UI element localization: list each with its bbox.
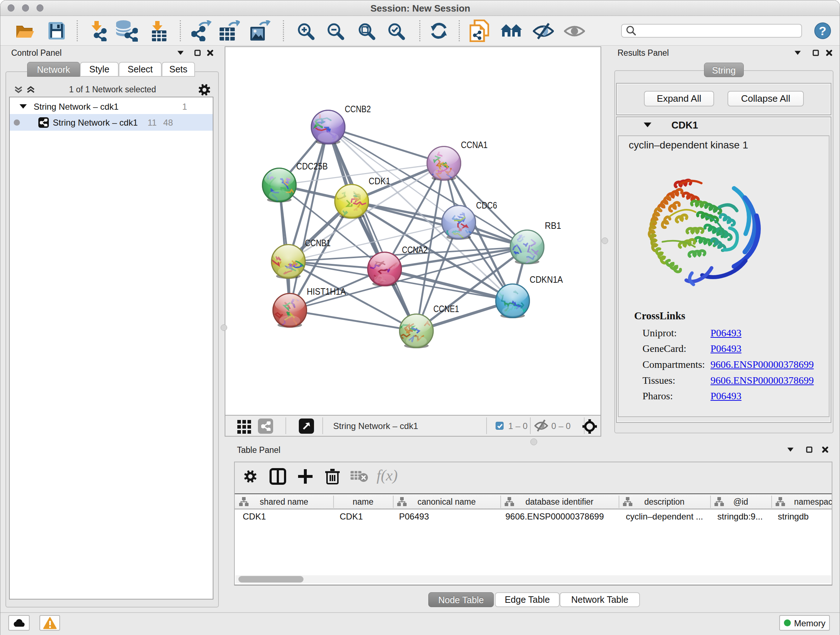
svg-text:CCNA1: CCNA1: [461, 139, 488, 150]
svg-text:CCNB1: CCNB1: [305, 238, 331, 249]
svg-text:HIST1H1A: HIST1H1A: [307, 286, 346, 297]
svg-text:CDC6: CDC6: [476, 200, 497, 211]
svg-text:CCNA2: CCNA2: [402, 244, 428, 255]
svg-text:CDKN1A: CDKN1A: [530, 274, 563, 285]
svg-text:CCNB2: CCNB2: [345, 103, 371, 114]
svg-text:RB1: RB1: [545, 220, 561, 231]
svg-text:CCNE1: CCNE1: [433, 303, 459, 314]
svg-text:CDK1: CDK1: [369, 176, 390, 187]
svg-text:CDC25B: CDC25B: [296, 161, 328, 172]
